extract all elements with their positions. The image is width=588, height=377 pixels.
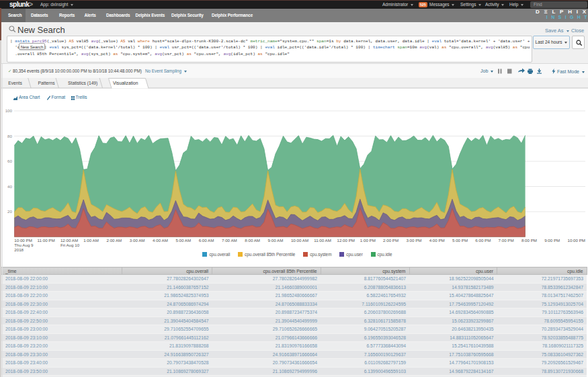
svg-text:2018: 2018 bbox=[14, 247, 24, 252]
svg-text:6:00 PM: 6:00 PM bbox=[475, 238, 491, 243]
svg-text:4:00 AM: 4:00 AM bbox=[153, 238, 168, 243]
svg-text:10:00 PM: 10:00 PM bbox=[568, 238, 585, 243]
svg-text:Thu Aug 9: Thu Aug 9 bbox=[14, 243, 34, 247]
svg-text:8:00 AM: 8:00 AM bbox=[245, 238, 260, 243]
svg-text:12:00 PM: 12:00 PM bbox=[337, 238, 355, 243]
svg-text:5:00 AM: 5:00 AM bbox=[175, 238, 191, 243]
svg-text:3:00 AM: 3:00 AM bbox=[130, 238, 145, 243]
svg-text:2:00 AM: 2:00 AM bbox=[107, 238, 122, 243]
svg-text:9:00 AM: 9:00 AM bbox=[268, 238, 284, 243]
svg-text:Patterns: Patterns bbox=[38, 81, 56, 85]
svg-text:10:00 AM: 10:00 AM bbox=[291, 238, 308, 243]
svg-text:3:00 PM: 3:00 PM bbox=[406, 238, 421, 243]
svg-text:11:00 PM: 11:00 PM bbox=[38, 238, 55, 243]
svg-text:2:00 PM: 2:00 PM bbox=[383, 238, 398, 243]
svg-text:Statistics (149): Statistics (149) bbox=[68, 81, 97, 86]
svg-text:Fri Aug 10: Fri Aug 10 bbox=[60, 243, 80, 247]
svg-text:20: 20 bbox=[7, 209, 12, 214]
svg-text:80: 80 bbox=[7, 134, 12, 138]
svg-text:9:00 PM: 9:00 PM bbox=[544, 238, 560, 243]
svg-text:6:00 AM: 6:00 AM bbox=[199, 238, 214, 243]
svg-text:12:00 AM: 12:00 AM bbox=[60, 238, 78, 243]
svg-text:5:00 PM: 5:00 PM bbox=[452, 238, 468, 243]
svg-text:7:00 PM: 7:00 PM bbox=[499, 238, 514, 243]
svg-text:1:00 AM: 1:00 AM bbox=[83, 238, 99, 243]
svg-text:10:00 PM: 10:00 PM bbox=[14, 238, 32, 243]
svg-text:4:00 PM: 4:00 PM bbox=[429, 238, 445, 243]
svg-text:100: 100 bbox=[5, 108, 13, 113]
svg-text:1:00 PM: 1:00 PM bbox=[360, 238, 376, 243]
svg-text:11:00 AM: 11:00 AM bbox=[314, 238, 331, 243]
svg-text:60: 60 bbox=[7, 159, 12, 163]
svg-text:Visualization: Visualization bbox=[113, 81, 138, 85]
svg-text:40: 40 bbox=[7, 184, 12, 189]
svg-text:7:00 AM: 7:00 AM bbox=[222, 238, 237, 243]
svg-text:Events: Events bbox=[8, 81, 22, 85]
svg-text:8:00 PM: 8:00 PM bbox=[521, 238, 537, 243]
